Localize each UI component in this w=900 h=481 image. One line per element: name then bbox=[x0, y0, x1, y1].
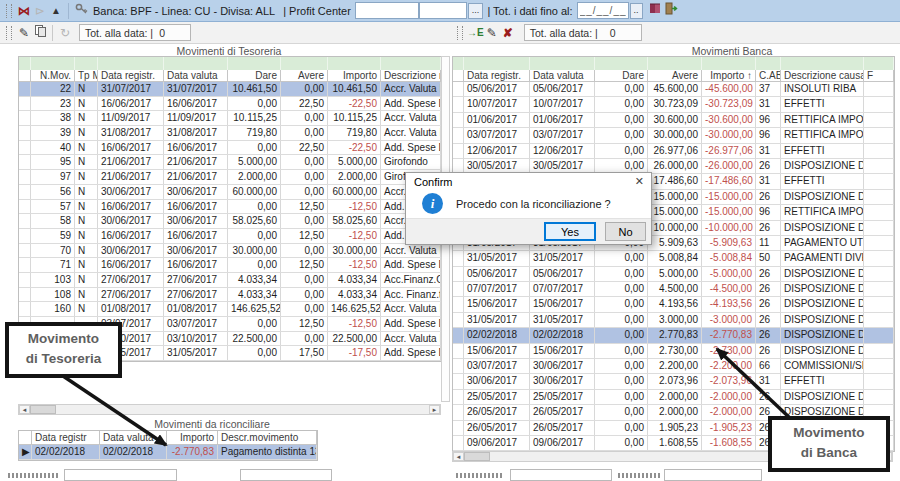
table-row[interactable]: 70N30/06/201730/06/201730.000,000,0030.0… bbox=[19, 244, 441, 259]
filter-cell[interactable] bbox=[530, 57, 595, 70]
table-row[interactable]: 01/06/201701/06/20170,0030.600,00-30.600… bbox=[453, 113, 894, 128]
chart-icon[interactable]: ▲ bbox=[48, 2, 64, 20]
table-row[interactable]: 40N16/06/201716/06/20170,0022,50-22,50Ad… bbox=[19, 141, 441, 156]
no-button[interactable]: No bbox=[605, 222, 646, 241]
column-header[interactable]: F bbox=[864, 70, 894, 82]
tesoreria-horizontal-scrollbar[interactable]: ◄ ► bbox=[18, 404, 441, 415]
table-row[interactable]: 57N16/06/201716/06/20170,0012,50-12,50Ad… bbox=[19, 200, 441, 215]
table-row[interactable]: 15/06/201715/06/20170,002.730,00-2.730,0… bbox=[453, 344, 894, 359]
toolbar-grip[interactable] bbox=[457, 26, 463, 40]
column-header[interactable]: Avere bbox=[648, 70, 702, 82]
table-row[interactable]: 59N16/06/201716/06/20170,0012,50-12,50Ad… bbox=[19, 229, 441, 244]
column-header[interactable]: Descr.movimento bbox=[218, 431, 317, 445]
column-header[interactable]: Descrizione movim bbox=[381, 70, 441, 82]
table-row[interactable]: 05/06/201705/06/20170,005.000,00-5.000,0… bbox=[453, 267, 894, 282]
table-row[interactable]: 58N30/06/201730/06/201758.025,600,0058.0… bbox=[19, 214, 441, 229]
column-header[interactable] bbox=[453, 70, 464, 82]
table-row[interactable]: 97N21/06/201721/06/20172.000,000,002.000… bbox=[19, 170, 441, 185]
filter-cell[interactable] bbox=[464, 57, 530, 70]
profit-center-input-1[interactable] bbox=[355, 2, 419, 19]
column-header[interactable]: Importo bbox=[328, 70, 381, 82]
column-header[interactable]: Data registr bbox=[32, 431, 100, 445]
column-header[interactable]: Avere bbox=[281, 70, 328, 82]
table-row[interactable]: 03/07/201730/06/20170,002.200,00-2.200,0… bbox=[453, 359, 894, 374]
table-row[interactable]: 15/06/201715/06/20170,004.193,56-4.193,5… bbox=[453, 297, 894, 312]
book-icon[interactable] bbox=[647, 2, 663, 20]
filter-cell[interactable] bbox=[281, 57, 328, 70]
key-icon[interactable] bbox=[73, 2, 89, 20]
table-row[interactable]: 12/06/201712/06/20170,0026.977,06-26.977… bbox=[453, 144, 894, 159]
filter-cell[interactable] bbox=[381, 57, 441, 70]
edit-icon[interactable]: ✎ bbox=[16, 24, 32, 42]
column-header[interactable]: C.ABI bbox=[756, 70, 781, 82]
table-row[interactable]: 07/07/201707/07/20170,004.500,00-4.500,0… bbox=[453, 282, 894, 297]
column-header[interactable]: Importo ↑ bbox=[702, 70, 756, 82]
table-row[interactable]: 10/07/201710/07/20170,0030.723,09-30.723… bbox=[453, 97, 894, 112]
scroll-left-icon[interactable]: ◄ bbox=[19, 405, 30, 414]
table-row[interactable]: 30/06/201730/06/20170,002.073,96-2.073,9… bbox=[453, 374, 894, 389]
close-icon[interactable]: ✕ bbox=[635, 175, 644, 188]
scroll-left-icon[interactable]: ◄ bbox=[453, 452, 464, 461]
table-row[interactable]: 108N27/06/201727/06/20174.033,340,004.03… bbox=[19, 288, 441, 303]
table-row[interactable]: 22N31/07/201731/07/201710.461,500,0010.4… bbox=[19, 82, 441, 97]
table-row[interactable]: 03/07/201703/07/20170,0030.000,00-30.000… bbox=[453, 128, 894, 143]
column-header[interactable]: Importo bbox=[167, 431, 218, 445]
toolbar-grip[interactable] bbox=[6, 26, 12, 40]
copy-icon[interactable] bbox=[32, 24, 48, 42]
toolbar-grip[interactable] bbox=[6, 4, 12, 18]
column-header[interactable]: Dare bbox=[228, 70, 281, 82]
filter-cell[interactable] bbox=[781, 57, 864, 70]
exit-door-icon[interactable] bbox=[663, 2, 679, 20]
table-row[interactable]: 05/06/201705/06/20170,0045.600,00-45.600… bbox=[453, 82, 894, 97]
filter-cell[interactable] bbox=[98, 57, 164, 70]
assign-icon[interactable]: →E bbox=[467, 24, 484, 42]
table-row[interactable]: 103N27/06/201727/06/20174.033,340,004.03… bbox=[19, 273, 441, 288]
scroll-thumb[interactable] bbox=[464, 452, 490, 461]
column-header[interactable]: Data valuta bbox=[100, 431, 167, 445]
filter-cell[interactable] bbox=[164, 57, 228, 70]
filter-cell[interactable] bbox=[756, 57, 781, 70]
filter-cell[interactable] bbox=[328, 57, 381, 70]
filter-cell[interactable] bbox=[595, 57, 648, 70]
filter-cell[interactable] bbox=[19, 57, 31, 70]
date-lookup-button[interactable]: .. bbox=[630, 3, 643, 19]
column-header[interactable]: N.Mov. bbox=[31, 70, 75, 82]
filter-cell[interactable] bbox=[864, 57, 894, 70]
scroll-right-icon[interactable]: ► bbox=[429, 405, 440, 414]
table-row[interactable]: 56N30/06/201730/06/201760.000,000,0060.0… bbox=[19, 185, 441, 200]
profit-center-input-2[interactable] bbox=[419, 2, 467, 19]
column-header[interactable]: Tp Mov bbox=[75, 70, 98, 82]
table-row[interactable]: 39N31/08/201731/08/2017719,800,00719,80A… bbox=[19, 126, 441, 141]
column-header[interactable]: Data registr. bbox=[464, 70, 530, 82]
profit-center-lookup-button[interactable]: ... bbox=[468, 3, 484, 19]
table-row[interactable]: 23N16/06/201716/06/20170,0022,50-22,50Ad… bbox=[19, 97, 441, 112]
table-row[interactable]: 31/05/201731/05/20170,003.000,00-3.000,0… bbox=[453, 313, 894, 328]
filter-cell[interactable] bbox=[702, 57, 756, 70]
edit-icon[interactable]: ✎ bbox=[484, 24, 500, 42]
filter-cell[interactable] bbox=[75, 57, 98, 70]
table-row[interactable]: 95N21/06/201721/06/20175.000,000,005.000… bbox=[19, 155, 441, 170]
scroll-thumb[interactable] bbox=[30, 405, 56, 414]
column-header[interactable]: Dare bbox=[595, 70, 648, 82]
table-row[interactable]: ▶02/02/201802/02/2018-2.770,83Pagamento … bbox=[19, 445, 317, 460]
filter-cell[interactable] bbox=[228, 57, 281, 70]
column-header[interactable]: Data valuta bbox=[530, 70, 595, 82]
table-row[interactable]: 02/02/201802/02/20180,002.770,83-2.770,8… bbox=[453, 328, 894, 343]
table-row[interactable]: 38N11/09/201711/09/201710.115,250,0010.1… bbox=[19, 111, 441, 126]
yes-button[interactable]: Yes bbox=[544, 222, 596, 241]
filter-cell[interactable] bbox=[648, 57, 702, 70]
column-header[interactable] bbox=[19, 70, 31, 82]
column-header[interactable]: Data registr. bbox=[98, 70, 164, 82]
filter-cell[interactable] bbox=[453, 57, 464, 70]
unreconcile-icon[interactable]: ✘ bbox=[500, 24, 516, 42]
table-row[interactable]: 160N01/08/201701/08/2017146.625,520,0014… bbox=[19, 302, 441, 317]
date-input[interactable] bbox=[577, 2, 629, 19]
column-header[interactable]: Data valuta bbox=[164, 70, 228, 82]
column-header[interactable] bbox=[19, 431, 32, 445]
table-row[interactable]: 71N16/06/201716/06/20170,0012,50-12,50Ad… bbox=[19, 258, 441, 273]
filter-cell[interactable] bbox=[31, 57, 75, 70]
reconcile-icon[interactable]: ⋈ bbox=[16, 2, 32, 20]
table-row[interactable]: 25/05/201725/05/20170,002.000,00-2.000,0… bbox=[453, 390, 894, 405]
column-header[interactable]: Descrizione causale bbox=[781, 70, 864, 82]
table-row[interactable]: 31/05/201731/05/20170,005.008,84-5.008,8… bbox=[453, 251, 894, 266]
